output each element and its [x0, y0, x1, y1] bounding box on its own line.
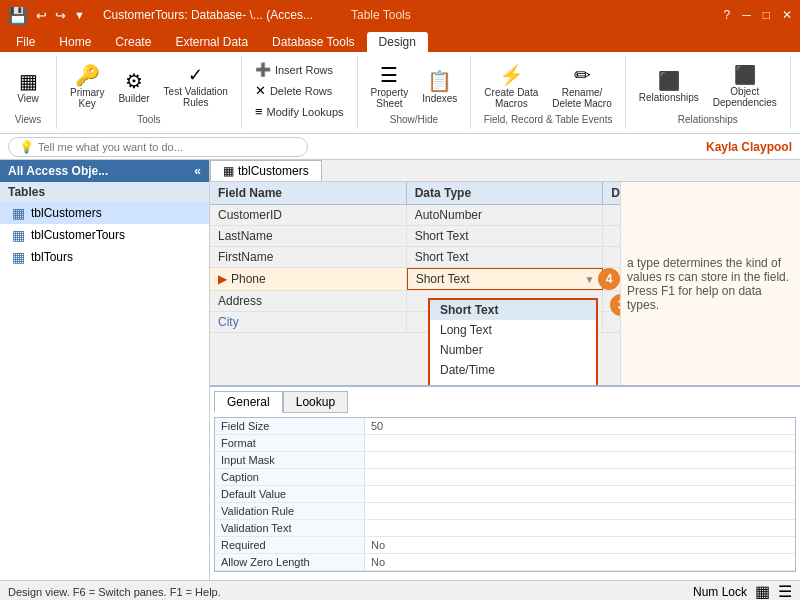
- prop-value-indexed[interactable]: No: [365, 571, 795, 572]
- indexes-label: Indexes: [422, 93, 457, 104]
- ribbon-group-events: ⚡ Create DataMacros ✏ Rename/Delete Macr…: [471, 56, 625, 129]
- rename-delete-macro-button[interactable]: ✏ Rename/Delete Macro: [547, 60, 616, 112]
- prop-value-validationtext[interactable]: [365, 520, 795, 537]
- nav-item-tblcustomers[interactable]: ▦ tblCustomers: [0, 202, 209, 224]
- doc-tab-label: tblCustomers: [238, 164, 309, 178]
- builder-button[interactable]: ⚙ Builder: [113, 66, 154, 107]
- prop-value-inputmask[interactable]: [365, 452, 795, 469]
- prop-label-allowzerolength: Allow Zero Length: [215, 554, 365, 571]
- prop-value-required[interactable]: No: [365, 537, 795, 554]
- maximize-btn[interactable]: □: [763, 8, 770, 22]
- nav-item-tblcustomertours[interactable]: ▦ tblCustomerTours: [0, 224, 209, 246]
- test-validation-icon: ✓: [188, 64, 203, 86]
- object-dependencies-button[interactable]: ⬛ ObjectDependencies: [708, 61, 782, 111]
- field-name-address: Address: [210, 291, 407, 311]
- create-data-macros-button[interactable]: ⚡ Create DataMacros: [479, 60, 543, 112]
- undo-icon[interactable]: ↩: [36, 8, 47, 23]
- tab-home[interactable]: Home: [47, 32, 103, 52]
- prop-label-required: Required: [215, 537, 365, 554]
- tell-me-input[interactable]: [38, 141, 297, 153]
- insert-rows-icon: ➕: [255, 62, 271, 77]
- prop-value-allowzerolength[interactable]: No: [365, 554, 795, 571]
- lightbulb-icon: 💡: [19, 140, 34, 154]
- view-button[interactable]: ▦ View: [8, 66, 48, 107]
- col-header-datatype: Data Type: [407, 182, 604, 204]
- showhide-group-label: Show/Hide: [390, 114, 438, 125]
- nav-pane-title: All Access Obje...: [8, 164, 108, 178]
- props-tabs: General Lookup: [214, 391, 796, 413]
- test-validation-button[interactable]: ✓ Test ValidationRules: [159, 61, 233, 111]
- minimize-btn[interactable]: ─: [742, 8, 751, 22]
- props-tab-general[interactable]: General: [214, 391, 283, 413]
- data-type-phone[interactable]: Short Text ▼: [407, 268, 604, 290]
- save-icon[interactable]: 💾: [8, 6, 28, 25]
- doc-tab-tblcustomers[interactable]: ▦ tblCustomers: [210, 160, 322, 181]
- property-sheet-button[interactable]: ☰ PropertySheet: [366, 60, 414, 112]
- tab-database-tools[interactable]: Database Tools: [260, 32, 367, 52]
- nav-collapse-icon[interactable]: «: [194, 164, 201, 178]
- modify-lookups-icon: ≡: [255, 104, 263, 119]
- help-icon[interactable]: ?: [724, 8, 731, 22]
- builder-icon: ⚙: [125, 69, 143, 93]
- events-group-label: Field, Record & Table Events: [484, 114, 613, 125]
- insert-rows-button[interactable]: ➕ Insert Rows: [250, 60, 349, 79]
- data-type-customerid: AutoNumber: [407, 205, 604, 225]
- data-type-firstname: Short Text: [407, 247, 604, 267]
- tab-design[interactable]: Design: [367, 32, 428, 52]
- workspace: All Access Obje... « Tables ▦ tblCustome…: [0, 160, 800, 580]
- indexes-button[interactable]: 📋 Indexes: [417, 66, 462, 107]
- layout-view-icon[interactable]: ☰: [778, 582, 792, 600]
- delete-rows-label: Delete Rows: [270, 85, 332, 97]
- field-name-customerid: CustomerID: [210, 205, 407, 225]
- nav-item-tbltours[interactable]: ▦ tblTours: [0, 246, 209, 268]
- prop-label-indexed: Indexed: [215, 571, 365, 572]
- help-text: a type determines the kind of values rs …: [627, 256, 794, 312]
- dropdown-item-currency[interactable]: Currency: [430, 380, 596, 385]
- tell-me-input-wrapper[interactable]: 💡: [8, 137, 308, 157]
- user-info: Kayla Claypool: [706, 140, 792, 154]
- help-text-panel: a type determines the kind of values rs …: [620, 182, 800, 385]
- table-icon-2: ▦: [12, 227, 25, 243]
- close-btn[interactable]: ✕: [782, 8, 792, 22]
- grid-view-icon[interactable]: ▦: [755, 582, 770, 600]
- create-macros-icon: ⚡: [499, 63, 524, 87]
- prop-value-defaultvalue[interactable]: [365, 486, 795, 503]
- prop-value-format[interactable]: [365, 435, 795, 452]
- tell-me-bar: 💡 Kayla Claypool: [0, 134, 800, 160]
- object-dependencies-icon: ⬛: [734, 64, 756, 86]
- table-icon-3: ▦: [12, 249, 25, 265]
- primary-key-button[interactable]: 🔑 PrimaryKey: [65, 60, 109, 112]
- prop-value-validationrule[interactable]: [365, 503, 795, 520]
- customize-icon[interactable]: ▼: [74, 9, 85, 21]
- dropdown-item-datetime[interactable]: Date/Time: [430, 360, 596, 380]
- ribbon: ▦ View Views 🔑 PrimaryKey ⚙ Builder ✓ Te…: [0, 52, 800, 134]
- props-tab-lookup[interactable]: Lookup: [283, 391, 348, 413]
- dropdown-item-longtext[interactable]: Long Text: [430, 320, 596, 340]
- modify-lookups-button[interactable]: ≡ Modify Lookups: [250, 102, 349, 121]
- tools-group-label: Tools: [137, 114, 160, 125]
- prop-value-fieldsize[interactable]: 50: [365, 418, 795, 435]
- dropdown-arrow-icon[interactable]: ▼: [584, 274, 594, 285]
- delete-rows-button[interactable]: ✕ Delete Rows: [250, 81, 349, 100]
- prop-label-caption: Caption: [215, 469, 365, 486]
- prop-label-inputmask: Input Mask: [215, 452, 365, 469]
- relationships-button[interactable]: ⬛ Relationships: [634, 67, 704, 106]
- dropdown-item-number[interactable]: Number: [430, 340, 596, 360]
- test-validation-label: Test ValidationRules: [164, 86, 228, 108]
- prop-label-format: Format: [215, 435, 365, 452]
- relationships-group-label: Relationships: [678, 114, 738, 125]
- view-icon: ▦: [19, 69, 38, 93]
- ribbon-group-views: ▦ View Views: [0, 56, 57, 129]
- tab-file[interactable]: File: [4, 32, 47, 52]
- dropdown-item-shorttext[interactable]: Short Text: [430, 300, 596, 320]
- nav-item-label-3: tblTours: [31, 250, 73, 264]
- title-bar-left: 💾 ↩ ↪ ▼ CustomerTours: Database- \... (A…: [8, 6, 411, 25]
- doc-tab-icon: ▦: [223, 164, 234, 178]
- ribbon-group-tools: 🔑 PrimaryKey ⚙ Builder ✓ Test Validation…: [57, 56, 242, 129]
- redo-icon[interactable]: ↪: [55, 8, 66, 23]
- status-bar: Design view. F6 = Switch panes. F1 = Hel…: [0, 580, 800, 600]
- prop-value-caption[interactable]: [365, 469, 795, 486]
- tab-external-data[interactable]: External Data: [163, 32, 260, 52]
- tab-create[interactable]: Create: [103, 32, 163, 52]
- datatype-dropdown[interactable]: Short Text Long Text Number Date/Time Cu…: [428, 298, 598, 385]
